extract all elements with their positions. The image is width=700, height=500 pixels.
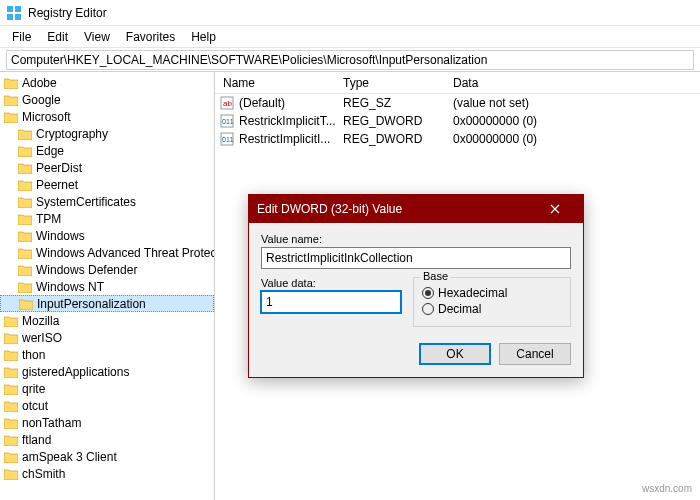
tree-item-label: thon <box>22 348 45 362</box>
tree-item-label: nonTatham <box>22 416 81 430</box>
value-type: REG_DWORD <box>339 132 449 146</box>
folder-icon <box>18 247 32 259</box>
key-icon <box>4 451 18 463</box>
tree-item[interactable]: InputPersonalization <box>0 295 214 312</box>
folder-icon <box>18 213 32 225</box>
value-type: REG_DWORD <box>339 114 449 128</box>
tree-item[interactable]: Microsoft <box>0 108 214 125</box>
value-row[interactable]: ab(Default)REG_SZ(value not set) <box>215 94 700 112</box>
tree-item[interactable]: SystemCertificates <box>0 193 214 210</box>
value-row[interactable]: 011RestrickImplicitT...REG_DWORD0x000000… <box>215 112 700 130</box>
tree-item[interactable]: ftland <box>0 431 214 448</box>
valuedata-input[interactable] <box>261 291 401 313</box>
key-icon <box>4 111 18 123</box>
menu-favorites[interactable]: Favorites <box>118 30 183 44</box>
svg-text:ab: ab <box>223 99 232 108</box>
tree-item-label: werISO <box>22 331 62 345</box>
svg-rect-3 <box>15 14 21 20</box>
tree-item-label: Mozilla <box>22 314 59 328</box>
tree-item[interactable]: Windows NT <box>0 278 214 295</box>
tree-item[interactable]: werISO <box>0 329 214 346</box>
tree-item-label: Windows NT <box>36 280 104 294</box>
cancel-button[interactable]: Cancel <box>499 343 571 365</box>
menu-edit[interactable]: Edit <box>39 30 76 44</box>
tree-item-label: Peernet <box>36 178 78 192</box>
values-header: Name Type Data <box>215 72 700 94</box>
address-bar <box>0 48 700 72</box>
ok-button[interactable]: OK <box>419 343 491 365</box>
radio-dec-label: Decimal <box>438 302 481 316</box>
tree-item[interactable]: Windows Defender <box>0 261 214 278</box>
tree-item[interactable]: nonTatham <box>0 414 214 431</box>
tree-item[interactable]: Peernet <box>0 176 214 193</box>
menu-view[interactable]: View <box>76 30 118 44</box>
folder-icon <box>18 281 32 293</box>
address-input[interactable] <box>6 50 694 70</box>
tree-item[interactable]: TPM <box>0 210 214 227</box>
tree-item-label: chSmith <box>22 467 65 481</box>
tree-panel[interactable]: AdobeGoogleMicrosoftCryptographyEdgePeer… <box>0 72 215 500</box>
base-group-label: Base <box>420 270 451 282</box>
tree-item[interactable]: gisteredApplications <box>0 363 214 380</box>
tree-item[interactable]: qrite <box>0 380 214 397</box>
col-data[interactable]: Data <box>445 76 700 90</box>
key-icon <box>4 366 18 378</box>
radio-hex-label: Hexadecimal <box>438 286 507 300</box>
key-icon <box>4 315 18 327</box>
tree-item[interactable]: Google <box>0 91 214 108</box>
folder-icon <box>18 145 32 157</box>
tree-item[interactable]: Mozilla <box>0 312 214 329</box>
tree-item[interactable]: Edge <box>0 142 214 159</box>
col-type[interactable]: Type <box>335 76 445 90</box>
binary-value-icon: 011 <box>219 131 235 147</box>
tree-item-label: ftland <box>22 433 51 447</box>
value-data: (value not set) <box>449 96 700 110</box>
close-icon[interactable] <box>535 195 575 223</box>
radio-hex[interactable]: Hexadecimal <box>422 286 562 300</box>
tree-item[interactable]: Cryptography <box>0 125 214 142</box>
folder-icon <box>19 298 33 310</box>
key-icon <box>4 383 18 395</box>
radio-icon <box>422 303 434 315</box>
value-type: REG_SZ <box>339 96 449 110</box>
regedit-icon <box>6 5 22 21</box>
folder-icon <box>18 264 32 276</box>
menu-help[interactable]: Help <box>183 30 224 44</box>
tree-item[interactable]: Windows <box>0 227 214 244</box>
window-title: Registry Editor <box>28 6 107 20</box>
folder-icon <box>18 179 32 191</box>
binary-value-icon: 011 <box>219 113 235 129</box>
key-icon <box>4 434 18 446</box>
radio-dec[interactable]: Decimal <box>422 302 562 316</box>
tree-item[interactable]: Windows Advanced Threat Protect <box>0 244 214 261</box>
folder-icon <box>18 162 32 174</box>
base-group: Base Hexadecimal Decimal <box>413 277 571 327</box>
tree-item-label: Cryptography <box>36 127 108 141</box>
tree-item[interactable]: amSpeak 3 Client <box>0 448 214 465</box>
tree-item-label: TPM <box>36 212 61 226</box>
menu-file[interactable]: File <box>4 30 39 44</box>
dialog-titlebar[interactable]: Edit DWORD (32-bit) Value <box>249 195 583 223</box>
folder-icon <box>18 196 32 208</box>
tree-item-label: qrite <box>22 382 45 396</box>
tree-item[interactable]: PeerDist <box>0 159 214 176</box>
tree-item[interactable]: thon <box>0 346 214 363</box>
value-row[interactable]: 011RestrictImplicitI...REG_DWORD0x000000… <box>215 130 700 148</box>
key-icon <box>4 349 18 361</box>
valuedata-label: Value data: <box>261 277 401 289</box>
tree-item-label: Windows <box>36 229 85 243</box>
folder-icon <box>18 128 32 140</box>
tree-item[interactable]: Adobe <box>0 74 214 91</box>
tree-item-label: InputPersonalization <box>37 297 146 311</box>
svg-rect-0 <box>7 6 13 12</box>
string-value-icon: ab <box>219 95 235 111</box>
col-name[interactable]: Name <box>215 76 335 90</box>
tree-item-label: Edge <box>36 144 64 158</box>
tree-item-label: otcut <box>22 399 48 413</box>
valuename-input[interactable] <box>261 247 571 269</box>
key-icon <box>4 94 18 106</box>
tree-item[interactable]: otcut <box>0 397 214 414</box>
key-icon <box>4 417 18 429</box>
tree-item-label: SystemCertificates <box>36 195 136 209</box>
tree-item[interactable]: chSmith <box>0 465 214 482</box>
